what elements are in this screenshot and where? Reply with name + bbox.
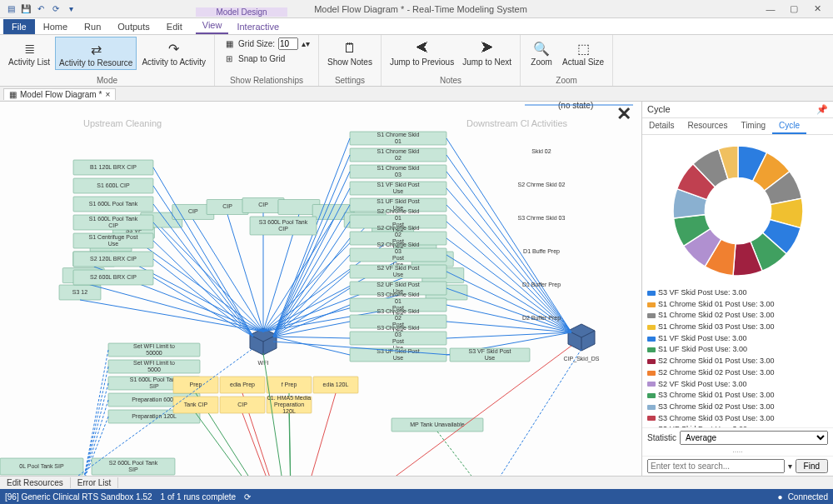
file-icon[interactable]: ▤ — [5, 3, 17, 15]
node-label: S2 120L BRX CIP — [90, 256, 137, 262]
flow-edge — [273, 172, 350, 337]
edit-resources-tab[interactable]: Edit Resources — [0, 477, 71, 488]
node-label: S1 Chrome Skid — [377, 132, 420, 137]
node-label: S1 600L CIP — [97, 182, 130, 188]
flow-edge — [242, 413, 292, 476]
notes-icon: 🗒 — [340, 38, 360, 58]
show-notes-button[interactable]: 🗒 Show Notes — [324, 37, 376, 68]
node-label: f Prep — [282, 382, 297, 388]
faded-node: S2 Chrme Skid 02 — [518, 182, 566, 187]
jump-next-button[interactable]: ⮞ Jump to Next — [459, 37, 515, 68]
tab-run[interactable]: Run — [76, 19, 109, 34]
legend-item: S1 UF Skid Post Use: 3.00 — [647, 345, 747, 355]
legend-item: S3 Chrome Skid 03 Post Use: 3.00 — [647, 414, 775, 424]
node-label: Preparation 600L — [132, 397, 177, 403]
legend-item: S2 Chrome Skid 01 Post Use: 3.00 — [647, 357, 775, 367]
node-label: CIP — [278, 226, 288, 232]
file-tab[interactable]: File — [3, 19, 35, 34]
panel-tab-details[interactable]: Details — [642, 118, 681, 134]
error-list-tab[interactable]: Error List — [71, 477, 119, 488]
node-label: 5000 — [147, 367, 161, 372]
search-dropdown-icon[interactable]: ▾ — [788, 462, 792, 471]
flow-canvas[interactable]: ✕(no state)Upstream CleaningDownstream C… — [0, 102, 641, 476]
statistic-select[interactable]: Average — [680, 431, 828, 445]
search-row: ▾ Find — [642, 456, 833, 476]
grid-size-input[interactable] — [278, 37, 298, 50]
refresh-status-icon[interactable]: ⟳ — [244, 492, 251, 502]
node-label: CIP — [237, 402, 247, 407]
node-label: edia 120L — [323, 382, 349, 387]
node-label: S3 Chrome Skid — [377, 325, 420, 331]
legend-swatch — [647, 325, 656, 330]
chart-legend: S3 VF Skid Post Use: 3.00S1 Chrome Skid … — [642, 287, 833, 427]
panel-pin-icon[interactable]: 📌 — [816, 104, 828, 115]
flow-edge — [153, 241, 253, 337]
status-sandbox: [96] Generic Clinical RTS Sandbox 1.52 — [5, 492, 152, 502]
status-connected: Connected — [788, 492, 828, 502]
node-label: Preparation 120L — [132, 413, 177, 420]
node-label: edia Prep — [230, 382, 255, 388]
grid-size-control[interactable]: ▦ Grid Size: ▴▾ — [220, 37, 313, 51]
node-label: Set WFI Limit to — [133, 343, 175, 349]
node-label: Post — [392, 338, 404, 344]
main-area: ✕(no state)Upstream CleaningDownstream C… — [0, 102, 833, 476]
tab-home[interactable]: Home — [35, 19, 76, 34]
search-input[interactable] — [647, 459, 785, 473]
close-button[interactable]: ✕ — [806, 2, 828, 17]
node-label: CIP — [222, 203, 232, 209]
panel-tab-resources[interactable]: Resources — [681, 118, 735, 134]
tab-edit[interactable]: Edit — [158, 19, 191, 34]
node-label: S3 Chrome Skid — [377, 292, 420, 297]
legend-swatch — [647, 405, 656, 410]
dropdown-icon[interactable]: ▾ — [65, 3, 77, 15]
node-label: S1 Centrifuge Post — [89, 234, 138, 241]
tab-interactive[interactable]: Interactive — [228, 19, 287, 34]
spinner-icon[interactable]: ▴▾ — [302, 39, 310, 48]
actual-size-button[interactable]: ⬚ Actual Size — [559, 37, 607, 68]
legend-swatch — [647, 393, 656, 398]
canvas-close-icon[interactable]: ✕ — [616, 103, 631, 124]
tab-view[interactable]: View — [196, 19, 229, 34]
node-label: S2 Chrome Skid — [377, 242, 420, 247]
actual-size-icon: ⬚ — [573, 38, 593, 58]
panel-header: Cycle 📌 — [642, 102, 833, 118]
node-label: S1 600L Pool Tank — [89, 201, 138, 207]
jump-prev-button[interactable]: ⮜ Jump to Previous — [387, 37, 457, 68]
undo-icon[interactable]: ↶ — [35, 3, 47, 15]
panel-tab-cycle[interactable]: Cycle — [772, 118, 806, 134]
activity-to-resource-button[interactable]: ⇄ Activity to Resource — [55, 37, 137, 70]
legend-swatch — [647, 382, 656, 387]
flow-edge — [273, 337, 350, 338]
flow-edge — [487, 349, 581, 476]
find-button[interactable]: Find — [796, 459, 828, 473]
flow-edge — [446, 138, 571, 332]
node-label: S1 Chrome Skid — [377, 165, 420, 171]
status-runs: 1 of 1 runs complete — [161, 492, 237, 502]
document-tab[interactable]: ▦ Model Flow Diagram * × — [3, 88, 116, 100]
refresh-icon[interactable]: ⟳ — [50, 3, 62, 15]
ribbon-group-notes: ⮜ Jump to Previous ⮞ Jump to Next Notes — [382, 35, 521, 86]
tab-outputs[interactable]: Outputs — [109, 19, 158, 34]
legend-swatch — [647, 371, 656, 376]
flow-edge — [437, 432, 487, 476]
close-tab-icon[interactable]: × — [105, 90, 110, 99]
zoom-button[interactable]: 🔍 Zoom — [526, 37, 557, 68]
side-panel: Cycle 📌 Details Resources Timing Cycle S… — [641, 102, 833, 476]
title-bar: ▤ 💾 ↶ ⟳ ▾ Model Flow Diagram * - Real-Ti… — [0, 0, 833, 18]
activity-to-activity-button[interactable]: ↷ Activity to Activity — [138, 37, 209, 68]
flow-edge — [273, 272, 350, 337]
node-label: Use — [108, 241, 119, 247]
node-label: S3 600L Pool Tank — [259, 219, 308, 225]
legend-item: S3 Chrome Skid 01 Post Use: 3.00 — [647, 391, 775, 401]
activity-list-button[interactable]: ≣ Activity List — [5, 37, 53, 68]
panel-tab-timing[interactable]: Timing — [734, 118, 772, 134]
node-label: Use — [393, 188, 404, 194]
panel-splitter[interactable]: ····· — [642, 447, 833, 456]
node-label: S2 VF Skid Post — [377, 265, 420, 271]
legend-item: S3 VF Skid Post Use: 3.00 — [647, 288, 747, 298]
minimize-button[interactable]: — — [760, 2, 781, 17]
save-icon[interactable]: 💾 — [20, 3, 32, 15]
window-title: Model Flow Diagram * - Real-Time Modelin… — [82, 4, 760, 14]
maximize-button[interactable]: ▢ — [783, 2, 805, 17]
snap-to-grid-button[interactable]: ⊞ Snap to Grid — [220, 52, 313, 65]
